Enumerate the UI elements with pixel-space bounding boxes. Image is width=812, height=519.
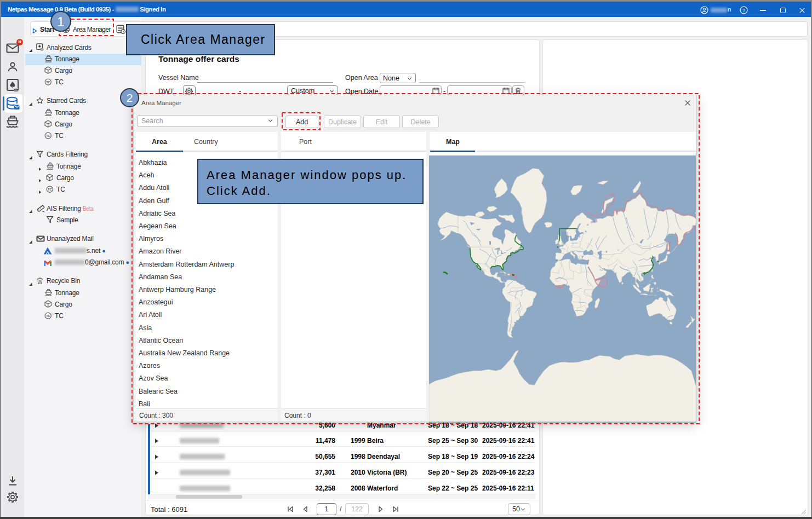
svg-text:TC: TC [46, 80, 50, 83]
svg-text:TC: TC [46, 134, 50, 137]
svg-text:?: ? [742, 8, 745, 13]
svg-text:TC: TC [48, 187, 52, 191]
svg-text:TC: TC [46, 314, 50, 317]
